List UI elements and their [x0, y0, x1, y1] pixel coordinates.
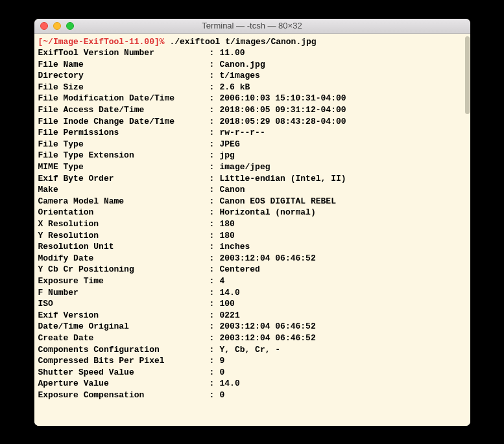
output-row: Camera Model Name: Canon EOS DIGITAL REB… [38, 196, 466, 207]
output-value: 2018:06:05 09:31:12-04:00 [220, 104, 466, 116]
output-value: 100 [220, 298, 466, 310]
output-label: File Type [38, 139, 210, 150]
output-label: File Inode Change Date/Time [38, 116, 210, 128]
output-label: MIME Type [38, 161, 210, 173]
output-value: Canon [220, 184, 466, 196]
output-label: File Name [38, 59, 210, 71]
output-row: ISO: 100 [38, 298, 466, 310]
output-colon: : [210, 264, 220, 275]
output-colon: : [210, 230, 220, 242]
output-row: Exposure Time: 4 [38, 275, 466, 287]
output-colon: : [210, 196, 220, 207]
output-label: File Size [38, 82, 210, 93]
output-value: 14.0 [220, 287, 466, 299]
output-label: Orientation [38, 207, 210, 218]
output-colon: : [210, 70, 220, 82]
output-label: Components Configuration [38, 344, 210, 356]
output-label: F Number [38, 287, 210, 299]
output-colon: : [210, 93, 220, 104]
output-row: File Type: JPEG [38, 139, 466, 150]
output-colon: : [210, 139, 220, 150]
output-row: Modify Date: 2003:12:04 06:46:52 [38, 253, 466, 264]
output-value: 2.6 kB [220, 82, 466, 93]
output-row: Directory: t/images [38, 70, 466, 82]
output-label: Create Date [38, 333, 210, 344]
output-row: Shutter Speed Value: 0 [38, 367, 466, 379]
output-label: Exposure Time [38, 275, 210, 287]
output-row: File Type Extension: jpg [38, 150, 466, 161]
output-value: image/jpeg [220, 161, 466, 173]
output-colon: : [210, 390, 220, 401]
output-label: Shutter Speed Value [38, 367, 210, 379]
prompt-bracket-close: ]% [154, 37, 165, 47]
output-row: File Modification Date/Time: 2006:10:03 … [38, 93, 466, 104]
output-label: File Access Date/Time [38, 104, 210, 116]
output-label: Compressed Bits Per Pixel [38, 355, 210, 367]
output-row: Resolution Unit: inches [38, 241, 466, 253]
output-colon: : [210, 344, 220, 356]
output-colon: : [210, 47, 220, 59]
output-label: File Modification Date/Time [38, 93, 210, 104]
output-value: t/images [220, 70, 466, 82]
output-colon: : [210, 287, 220, 299]
output-value: Y, Cb, Cr, - [220, 344, 466, 356]
output-value: 0221 [220, 310, 466, 321]
output-value: jpg [220, 150, 466, 161]
prompt-line: [~/Image-ExifTool-11.00]% ./exiftool t/i… [38, 36, 466, 48]
output-label: Y Resolution [38, 230, 210, 242]
output-colon: : [210, 184, 220, 196]
output-label: Camera Model Name [38, 196, 210, 207]
output-value: Canon EOS DIGITAL REBEL [220, 196, 466, 207]
output-label: File Type Extension [38, 150, 210, 161]
output-colon: : [210, 150, 220, 161]
output-row: Exposure Compensation: 0 [38, 390, 466, 401]
output-row: File Size: 2.6 kB [38, 82, 466, 93]
output-row: X Resolution: 180 [38, 218, 466, 230]
output-value: 14.0 [220, 378, 466, 390]
output-value: Canon.jpg [220, 59, 466, 71]
output-colon: : [210, 321, 220, 333]
output-value: 2003:12:04 06:46:52 [220, 253, 466, 264]
output-label: Date/Time Original [38, 321, 210, 333]
output-value: rw-r--r-- [220, 127, 466, 139]
output-colon: : [210, 310, 220, 321]
output-row: Exif Byte Order: Little-endian (Intel, I… [38, 173, 466, 185]
output-label: ISO [38, 298, 210, 310]
output-label: X Resolution [38, 218, 210, 230]
output-colon: : [210, 116, 220, 128]
output-row: MIME Type: image/jpeg [38, 161, 466, 173]
output-value: 9 [220, 355, 466, 367]
output-row: Y Cb Cr Positioning: Centered [38, 264, 466, 275]
output-value: 11.00 [220, 47, 466, 59]
output-colon: : [210, 207, 220, 218]
output-label: Make [38, 184, 210, 196]
output-value: JPEG [220, 139, 466, 150]
terminal-body[interactable]: [~/Image-ExifTool-11.00]% ./exiftool t/i… [34, 34, 470, 426]
output-label: Exif Version [38, 310, 210, 321]
output-label: Resolution Unit [38, 241, 210, 253]
output-value: 2003:12:04 06:46:52 [220, 333, 466, 344]
close-button[interactable] [40, 22, 48, 30]
scrollbar-thumb[interactable] [465, 36, 470, 114]
output-colon: : [210, 241, 220, 253]
minimize-button[interactable] [53, 22, 61, 30]
output-label: Exposure Compensation [38, 390, 210, 401]
output-row: Components Configuration: Y, Cb, Cr, - [38, 344, 466, 356]
output-value: 0 [220, 367, 466, 379]
output-colon: : [210, 127, 220, 139]
output-row: Make: Canon [38, 184, 466, 196]
output-value: 2018:05:29 08:43:28-04:00 [220, 116, 466, 128]
output-colon: : [210, 104, 220, 116]
output-label: Directory [38, 70, 210, 82]
output-value: 180 [220, 218, 466, 230]
output-rows: ExifTool Version Number: 11.00File Name:… [38, 47, 466, 401]
output-row: F Number: 14.0 [38, 287, 466, 299]
zoom-button[interactable] [66, 22, 74, 30]
window-title: Terminal — -tcsh — 80×32 [34, 21, 470, 30]
titlebar[interactable]: Terminal — -tcsh — 80×32 [34, 19, 470, 34]
output-value: Horizontal (normal) [220, 207, 466, 218]
output-label: Y Cb Cr Positioning [38, 264, 210, 275]
output-row: File Access Date/Time: 2018:06:05 09:31:… [38, 104, 466, 116]
output-colon: : [210, 298, 220, 310]
output-label: Exif Byte Order [38, 173, 210, 185]
